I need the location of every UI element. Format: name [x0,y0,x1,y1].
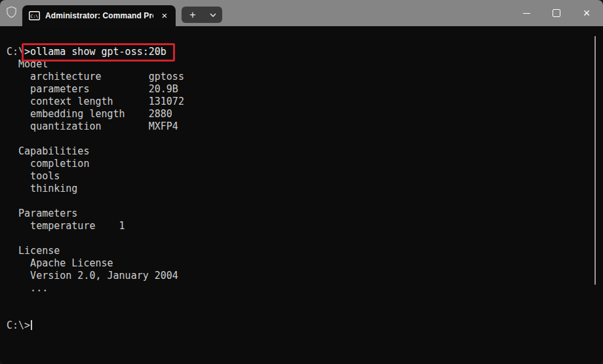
window-controls: × [511,0,603,26]
command-prompt-icon: C:\ [29,11,40,20]
terminal-viewport[interactable]: C:\>ollama show gpt-oss:20b Model archit… [0,26,603,364]
maximize-button[interactable] [541,0,572,26]
tab-title: Administrator: Command Pro [45,11,153,20]
new-tab-controls: + [182,7,222,23]
bottom-prompt: C:\> [7,319,30,331]
maximize-icon [553,9,560,17]
close-button[interactable]: × [572,0,602,26]
titlebar: C:\ Administrator: Command Pro × + [0,0,603,26]
minimize-icon [523,13,530,14]
terminal-window: C:\ Administrator: Command Pro × + [0,0,603,364]
tab-administrator-command-prompt[interactable]: C:\ Administrator: Command Pro × [22,5,176,26]
minimize-button[interactable] [511,0,541,26]
terminal-screen: C:\>ollama show gpt-oss:20b Model archit… [0,26,603,332]
svg-text:C:\: C:\ [31,14,39,19]
chevron-down-icon [210,13,216,17]
text-cursor [31,320,32,330]
tab-dropdown-button[interactable] [204,7,222,23]
command-text: >ollama show gpt-oss:20b [24,46,166,58]
command-output: Model architecture gptoss parameters 20.… [7,58,184,294]
tab-close-icon[interactable]: × [159,10,170,22]
admin-shield-area [0,0,22,26]
titlebar-drag-region[interactable] [222,0,511,26]
admin-shield-icon [5,5,18,22]
prompt-prefix: C:\ [7,46,24,58]
close-icon: × [583,7,591,19]
new-tab-button[interactable]: + [182,7,204,23]
scrollbar-thumb[interactable] [594,36,596,285]
